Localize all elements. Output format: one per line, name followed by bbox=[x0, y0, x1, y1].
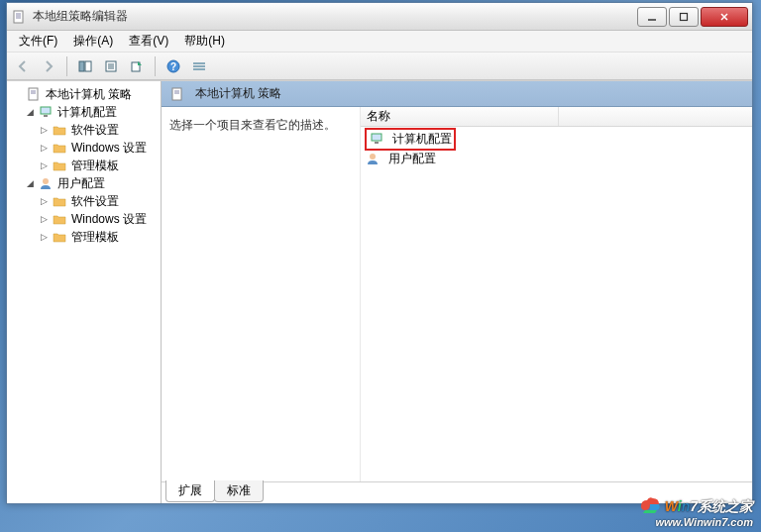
computer-icon bbox=[38, 104, 54, 120]
toolbar-sep-2 bbox=[155, 56, 156, 76]
collapse-icon bbox=[13, 89, 24, 100]
svg-rect-17 bbox=[193, 62, 205, 64]
menu-view[interactable]: 查看(V) bbox=[121, 31, 176, 52]
tree-user-config[interactable]: ◢ 用户配置 bbox=[9, 174, 159, 192]
svg-rect-18 bbox=[193, 65, 205, 67]
tree-label: 本地计算机 策略 bbox=[46, 86, 132, 103]
tree-label: 用户配置 bbox=[57, 175, 105, 192]
expand-icon[interactable]: ▷ bbox=[39, 125, 50, 136]
tree-root[interactable]: 本地计算机 策略 bbox=[9, 85, 159, 103]
toolbar: ? bbox=[7, 53, 752, 80]
svg-rect-26 bbox=[172, 88, 181, 100]
app-icon bbox=[11, 9, 27, 25]
svg-rect-5 bbox=[681, 13, 688, 20]
user-icon bbox=[38, 175, 54, 191]
export-button[interactable] bbox=[125, 55, 149, 77]
svg-rect-29 bbox=[372, 134, 381, 141]
showhide-tree-button[interactable] bbox=[73, 55, 97, 77]
svg-rect-8 bbox=[79, 61, 84, 71]
folder-icon bbox=[52, 211, 67, 227]
expand-icon[interactable]: ▷ bbox=[39, 143, 50, 154]
svg-point-31 bbox=[370, 154, 376, 160]
list-body: 计算机配置 用户配置 bbox=[361, 127, 752, 170]
folder-icon bbox=[52, 158, 67, 173]
menubar: 文件(F) 操作(A) 查看(V) 帮助(H) bbox=[7, 31, 752, 53]
tree-label: 管理模板 bbox=[71, 229, 119, 246]
main-header-title: 本地计算机 策略 bbox=[195, 85, 281, 102]
svg-rect-30 bbox=[375, 142, 379, 144]
tree-label: Windows 设置 bbox=[71, 211, 147, 228]
properties-button[interactable] bbox=[99, 55, 123, 77]
list-item-label: 计算机配置 bbox=[392, 131, 452, 148]
maximize-button[interactable] bbox=[669, 7, 699, 27]
list-pane: 名称 计算机配置 用户配置 bbox=[360, 107, 752, 481]
svg-rect-24 bbox=[44, 115, 48, 117]
menu-help[interactable]: 帮助(H) bbox=[176, 31, 233, 52]
list-header: 名称 bbox=[361, 107, 752, 127]
policy-icon bbox=[169, 86, 185, 102]
client-area: 本地计算机 策略 ◢ 计算机配置 ▷ 软件设置 ▷ Windows 设置 ▷ 管… bbox=[7, 80, 752, 503]
svg-rect-0 bbox=[14, 11, 23, 23]
main-pane: 本地计算机 策略 选择一个项目来查看它的描述。 名称 计算机配置 bbox=[162, 81, 752, 503]
computer-icon bbox=[369, 131, 384, 147]
folder-icon bbox=[52, 193, 67, 209]
expand-icon[interactable]: ◢ bbox=[25, 107, 36, 118]
window-buttons bbox=[635, 7, 748, 27]
tree-label: 软件设置 bbox=[71, 122, 119, 139]
tree-admin-templates[interactable]: ▷ 管理模板 bbox=[9, 157, 159, 174]
col-name[interactable]: 名称 bbox=[361, 107, 559, 126]
expand-icon[interactable]: ◢ bbox=[25, 178, 36, 189]
help-button[interactable]: ? bbox=[162, 55, 185, 77]
tree-label: 软件设置 bbox=[71, 193, 119, 210]
svg-point-25 bbox=[43, 178, 49, 184]
menu-file[interactable]: 文件(F) bbox=[11, 31, 65, 52]
folder-icon bbox=[52, 122, 67, 138]
expand-icon[interactable]: ▷ bbox=[39, 232, 50, 243]
folder-icon bbox=[52, 229, 67, 245]
tab-extended[interactable]: 扩展 bbox=[165, 480, 215, 502]
back-button[interactable] bbox=[11, 55, 35, 77]
details-button[interactable] bbox=[187, 55, 211, 77]
tree-windows-settings[interactable]: ▷ Windows 设置 bbox=[9, 139, 159, 157]
main-header: 本地计算机 策略 bbox=[162, 81, 752, 107]
tree-label: 管理模板 bbox=[71, 158, 119, 174]
tab-standard[interactable]: 标准 bbox=[214, 480, 264, 502]
svg-rect-9 bbox=[85, 61, 91, 71]
menu-action[interactable]: 操作(A) bbox=[65, 31, 121, 52]
gpedit-window: 本地组策略编辑器 文件(F) 操作(A) 查看(V) 帮助(H) ? 本地计算机… bbox=[6, 2, 753, 504]
tree-user-software-settings[interactable]: ▷ 软件设置 bbox=[9, 192, 159, 210]
toolbar-sep bbox=[66, 56, 67, 76]
view-tabs: 扩展 标准 bbox=[162, 481, 752, 503]
minimize-button[interactable] bbox=[637, 7, 667, 27]
list-item-user-config[interactable]: 用户配置 bbox=[361, 149, 752, 168]
svg-rect-23 bbox=[41, 107, 51, 114]
user-icon bbox=[365, 151, 380, 166]
expand-icon[interactable]: ▷ bbox=[39, 214, 50, 225]
close-button[interactable] bbox=[701, 7, 748, 27]
tree-label: Windows 设置 bbox=[71, 140, 147, 157]
description-text: 选择一个项目来查看它的描述。 bbox=[169, 117, 352, 134]
titlebar: 本地组策略编辑器 bbox=[7, 3, 752, 31]
svg-text:?: ? bbox=[170, 61, 176, 72]
tree-software-settings[interactable]: ▷ 软件设置 bbox=[9, 121, 159, 139]
expand-icon[interactable]: ▷ bbox=[39, 196, 50, 207]
tree-label: 计算机配置 bbox=[57, 104, 117, 121]
main-body: 选择一个项目来查看它的描述。 名称 计算机配置 bbox=[162, 107, 752, 481]
folder-icon bbox=[52, 140, 67, 156]
svg-rect-19 bbox=[193, 68, 205, 70]
svg-rect-20 bbox=[29, 88, 38, 100]
expand-icon[interactable]: ▷ bbox=[39, 160, 50, 171]
list-item-computer-config[interactable]: 计算机配置 bbox=[361, 129, 752, 149]
highlight-annotation: 计算机配置 bbox=[365, 128, 456, 151]
tree-sidebar: 本地计算机 策略 ◢ 计算机配置 ▷ 软件设置 ▷ Windows 设置 ▷ 管… bbox=[7, 81, 162, 503]
tree-user-windows-settings[interactable]: ▷ Windows 设置 bbox=[9, 210, 159, 228]
watermark-url: www.Winwin7.com bbox=[639, 516, 753, 528]
tree-computer-config[interactable]: ◢ 计算机配置 bbox=[9, 103, 159, 121]
description-pane: 选择一个项目来查看它的描述。 bbox=[162, 107, 360, 481]
policy-icon bbox=[26, 86, 42, 102]
window-title: 本地组策略编辑器 bbox=[33, 8, 635, 25]
tree-user-admin-templates[interactable]: ▷ 管理模板 bbox=[9, 228, 159, 246]
forward-button[interactable] bbox=[37, 55, 60, 77]
list-item-label: 用户配置 bbox=[388, 151, 436, 167]
